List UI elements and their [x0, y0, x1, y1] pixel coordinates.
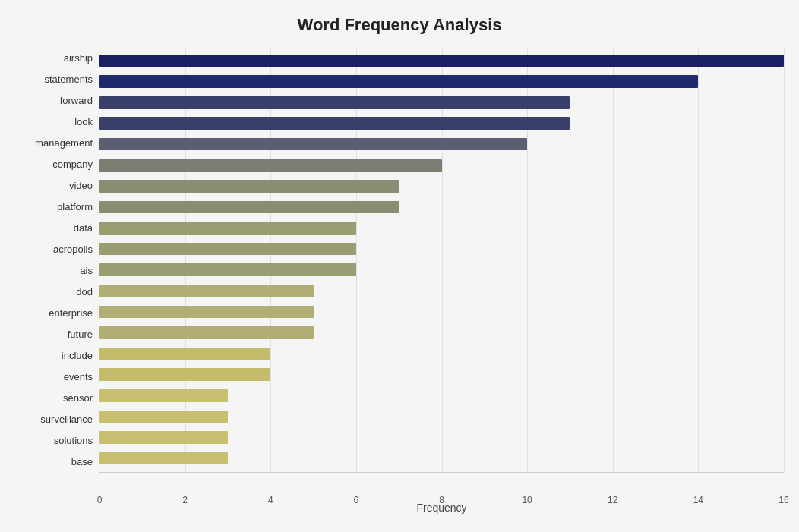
x-tick: 0 — [97, 495, 103, 505]
y-label: sensor — [15, 393, 93, 403]
plot-area: 0246810121416 Frequency — [99, 47, 784, 473]
y-label: surveillance — [15, 414, 93, 424]
y-label: future — [15, 329, 93, 339]
x-tick: 12 — [608, 495, 617, 505]
bar-row — [99, 406, 784, 427]
bar-row — [99, 92, 784, 113]
bar — [99, 243, 356, 256]
x-tick: 2 — [182, 495, 188, 505]
y-label: enterprise — [15, 308, 93, 318]
bar — [99, 411, 228, 423]
bar-row — [99, 50, 784, 71]
bar — [99, 55, 784, 68]
x-tick: 14 — [693, 495, 703, 505]
bar — [99, 117, 570, 130]
y-label: dod — [15, 287, 93, 297]
grid-line — [784, 47, 785, 472]
bar — [99, 263, 356, 276]
bar — [99, 431, 228, 444]
y-label: solutions — [15, 436, 93, 445]
chart-container: Word Frequency Analysis airshipstatement… — [0, 0, 799, 532]
bar-row — [99, 155, 784, 176]
y-label: acropolis — [15, 244, 93, 254]
x-axis-label: Frequency — [416, 502, 466, 514]
bar-row — [99, 238, 784, 260]
y-label: look — [15, 117, 93, 127]
y-label: management — [15, 138, 93, 148]
bar — [99, 368, 270, 381]
bar-row — [99, 134, 784, 155]
bar-row — [99, 218, 784, 239]
y-label: platform — [15, 202, 93, 212]
bar — [99, 452, 228, 465]
bar-row — [99, 301, 784, 323]
y-label: ais — [15, 266, 93, 275]
y-axis: airshipstatementsforwardlookmanagementco… — [15, 47, 99, 473]
bar — [99, 96, 570, 109]
bar-row — [99, 281, 784, 302]
y-label: base — [15, 457, 93, 467]
bar — [99, 306, 314, 319]
bar-row — [99, 448, 784, 469]
bar-row — [99, 113, 784, 134]
bar-row — [99, 176, 784, 197]
y-label: company — [15, 159, 93, 169]
x-tick: 4 — [268, 495, 273, 505]
y-label: data — [15, 223, 93, 233]
x-tick: 10 — [522, 495, 532, 505]
bar-row — [99, 197, 784, 218]
bar-row — [99, 427, 784, 449]
bar — [99, 75, 698, 88]
bar — [99, 201, 399, 214]
bar-row — [99, 343, 784, 364]
bar — [99, 326, 314, 339]
x-tick: 6 — [354, 495, 359, 505]
bar — [99, 180, 399, 193]
bar — [99, 222, 356, 235]
bar — [99, 138, 527, 151]
chart-title: Word Frequency Analysis — [15, 15, 784, 35]
bar-row — [99, 386, 784, 407]
y-label: video — [15, 181, 93, 190]
bar — [99, 159, 442, 172]
bar-row — [99, 71, 784, 93]
y-label: airship — [15, 53, 93, 63]
bar — [99, 285, 314, 297]
x-tick: 16 — [778, 495, 788, 505]
bar-row — [99, 260, 784, 281]
y-label: events — [15, 372, 93, 382]
bar-row — [99, 323, 784, 344]
chart-area: airshipstatementsforwardlookmanagementco… — [15, 47, 784, 473]
y-label: forward — [15, 96, 93, 105]
bar — [99, 348, 270, 360]
y-label: include — [15, 351, 93, 360]
bar-row — [99, 364, 784, 386]
y-label: statements — [15, 74, 93, 84]
bar — [99, 389, 228, 402]
